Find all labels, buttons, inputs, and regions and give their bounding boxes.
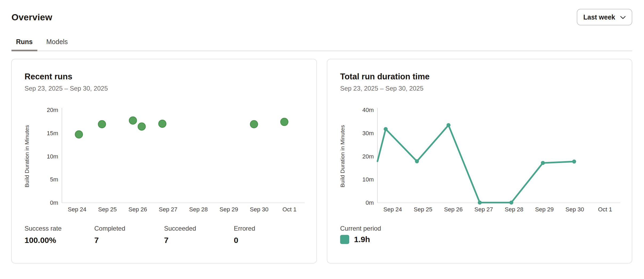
- stat-errored: Errored 0: [234, 224, 304, 246]
- stat-value: 7: [94, 235, 164, 246]
- period-selector-dropdown[interactable]: Last week: [577, 9, 632, 25]
- run-data-point: [129, 117, 137, 124]
- tab-bar: Runs Models: [11, 38, 632, 51]
- x-tick-label: Oct 1: [283, 206, 297, 213]
- x-tick-label: Sep 28: [505, 206, 523, 213]
- stat-label: Completed: [94, 224, 164, 233]
- total-run-duration-line-chart: Build Duration in Minutes0m10m20m30m40mS…: [340, 100, 619, 219]
- date-range: Sep 23, 2025 – Sep 30, 2025: [25, 84, 304, 93]
- recent-runs-scatter-chart: Build Duration in Minutes0m5m10m15m20mSe…: [25, 100, 304, 219]
- y-axis-title: Build Duration in Minutes: [340, 125, 345, 187]
- y-tick-label: 0m: [50, 199, 58, 206]
- x-tick-label: Sep 30: [250, 206, 269, 213]
- y-tick-label: 10m: [362, 176, 374, 183]
- run-data-point: [138, 123, 145, 130]
- chevron-down-icon: [620, 16, 626, 19]
- card-title: Recent runs: [25, 71, 304, 82]
- line-data-point: [572, 160, 576, 164]
- legend-value: 1.9h: [354, 235, 370, 244]
- y-tick-label: 15m: [47, 130, 58, 137]
- recent-runs-card: Recent runs Sep 23, 2025 – Sep 30, 2025 …: [11, 59, 317, 264]
- total-run-duration-card: Total run duration time Sep 23, 2025 – S…: [327, 59, 632, 264]
- legend-label: Current period: [340, 224, 619, 233]
- legend-row: 1.9h: [340, 235, 619, 244]
- line-data-point: [447, 123, 451, 127]
- x-tick-label: Sep 24: [68, 206, 86, 213]
- tab-runs[interactable]: Runs: [11, 38, 37, 51]
- y-tick-label: 30m: [362, 130, 374, 137]
- line-data-point: [384, 127, 388, 131]
- x-tick-label: Sep 26: [129, 206, 147, 213]
- stat-label: Succeeded: [164, 224, 234, 233]
- run-data-point: [159, 120, 166, 127]
- legend-swatch: [340, 235, 349, 244]
- x-tick-label: Oct 1: [598, 206, 612, 213]
- stat-label: Success rate: [25, 224, 94, 233]
- x-tick-label: Sep 25: [414, 206, 432, 213]
- y-tick-label: 40m: [362, 107, 374, 113]
- cards-row: Recent runs Sep 23, 2025 – Sep 30, 2025 …: [11, 59, 632, 264]
- stat-label: Errored: [234, 224, 304, 233]
- x-tick-label: Sep 29: [220, 206, 238, 213]
- y-tick-label: 5m: [50, 176, 58, 183]
- x-tick-label: Sep 24: [383, 206, 402, 213]
- period-selector-label: Last week: [583, 13, 615, 21]
- stat-success-rate: Success rate 100.00%: [25, 224, 94, 246]
- y-tick-label: 0m: [365, 199, 374, 206]
- line-data-point: [478, 201, 482, 205]
- y-tick-label: 10m: [47, 153, 58, 160]
- x-tick-label: Sep 29: [535, 206, 554, 213]
- x-tick-label: Sep 27: [474, 206, 493, 213]
- card-title: Total run duration time: [340, 71, 619, 82]
- run-data-point: [281, 118, 288, 126]
- line-data-point: [415, 159, 419, 163]
- run-stats-row: Success rate 100.00% Completed 7 Succeed…: [25, 224, 304, 246]
- line-data-point: [541, 161, 545, 165]
- stat-completed: Completed 7: [94, 224, 164, 246]
- y-tick-label: 20m: [362, 153, 374, 160]
- x-tick-label: Sep 28: [189, 206, 208, 213]
- date-range: Sep 23, 2025 – Sep 30, 2025: [340, 84, 619, 93]
- x-tick-label: Sep 26: [444, 206, 463, 213]
- page-title: Overview: [11, 10, 52, 24]
- stat-succeeded: Succeeded 7: [164, 224, 234, 246]
- y-tick-label: 20m: [47, 107, 58, 113]
- stat-value: 0: [234, 235, 304, 246]
- run-data-point: [98, 121, 106, 128]
- stat-value: 7: [164, 235, 234, 246]
- x-tick-label: Sep 30: [566, 206, 584, 213]
- x-tick-label: Sep 25: [98, 206, 117, 213]
- stat-value: 100.00%: [25, 235, 94, 246]
- run-data-point: [250, 121, 258, 128]
- x-tick-label: Sep 27: [159, 206, 177, 213]
- y-axis-title: Build Duration in Minutes: [25, 125, 30, 187]
- run-data-point: [75, 131, 83, 138]
- line-data-point: [509, 201, 513, 205]
- tab-models[interactable]: Models: [42, 38, 73, 51]
- page-header: Overview Last week: [0, 0, 644, 25]
